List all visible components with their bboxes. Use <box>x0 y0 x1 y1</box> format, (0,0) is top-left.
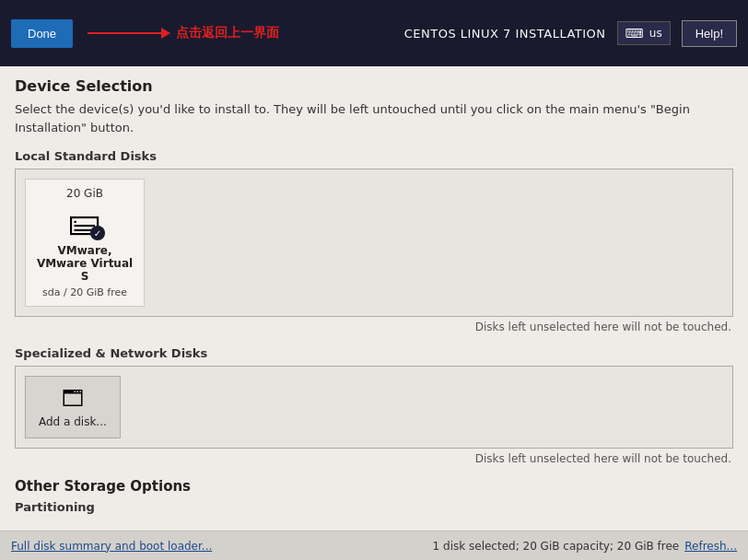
annotation-text: 点击返回上一界面 <box>176 25 279 41</box>
keyboard-icon: ⌨ <box>625 26 644 41</box>
boot-loader-link[interactable]: Full disk summary and boot loader... <box>11 540 212 553</box>
disk-size: 20 GiB <box>66 187 103 200</box>
add-disk-label: Add a disk... <box>39 415 107 428</box>
footer-bar: Full disk summary and boot loader... 1 d… <box>0 531 748 560</box>
local-disks-box: 20 GiB 🖴 ✓ VMware, VMware Virtual S sda … <box>15 169 733 317</box>
arrow-annotation: 点击返回上一界面 <box>88 25 279 41</box>
add-disk-button[interactable]: 🗔 Add a disk... <box>25 376 121 438</box>
help-button[interactable]: Help! <box>682 20 737 47</box>
partitioning-label: Partitioning <box>15 500 733 514</box>
keyboard-label: us <box>649 27 662 40</box>
disk-meta: sda / 20 GiB free <box>42 286 127 298</box>
installation-title: CENTOS LINUX 7 INSTALLATION <box>404 27 606 41</box>
refresh-link[interactable]: Refresh... <box>684 540 737 553</box>
done-button[interactable]: Done <box>11 19 73 48</box>
specialized-disks-label: Specialized & Network Disks <box>15 346 733 360</box>
device-selection-title: Device Selection <box>15 77 733 95</box>
specialized-disks-box: 🗔 Add a disk... <box>15 366 733 449</box>
keyboard-input[interactable]: ⌨ us <box>617 21 671 45</box>
device-selection-description: Select the device(s) you'd like to insta… <box>15 100 733 136</box>
local-disks-hint: Disks left unselected here will not be t… <box>15 321 733 333</box>
disk-item[interactable]: 20 GiB 🖴 ✓ VMware, VMware Virtual S sda … <box>25 179 145 307</box>
add-disk-icon: 🗔 <box>62 386 84 412</box>
specialized-disks-hint: Disks left unselected here will not be t… <box>15 452 733 465</box>
header-right: CENTOS LINUX 7 INSTALLATION ⌨ us Help! <box>404 20 737 47</box>
header: Done 点击返回上一界面 CENTOS LINUX 7 INSTALLATIO… <box>0 0 748 66</box>
disk-icon-wrap: 🖴 ✓ <box>68 205 101 239</box>
main-content: Device Selection Select the device(s) yo… <box>0 66 748 531</box>
arrow-icon <box>88 28 170 39</box>
disk-selected-check: ✓ <box>90 226 105 240</box>
header-left: Done 点击返回上一界面 <box>11 19 279 48</box>
other-storage-title: Other Storage Options <box>15 478 733 495</box>
disk-status-text: 1 disk selected; 20 GiB capacity; 20 GiB… <box>433 540 680 553</box>
footer-status: 1 disk selected; 20 GiB capacity; 20 GiB… <box>433 540 737 553</box>
disk-name: VMware, VMware Virtual S <box>33 244 136 283</box>
local-disks-label: Local Standard Disks <box>15 149 733 163</box>
